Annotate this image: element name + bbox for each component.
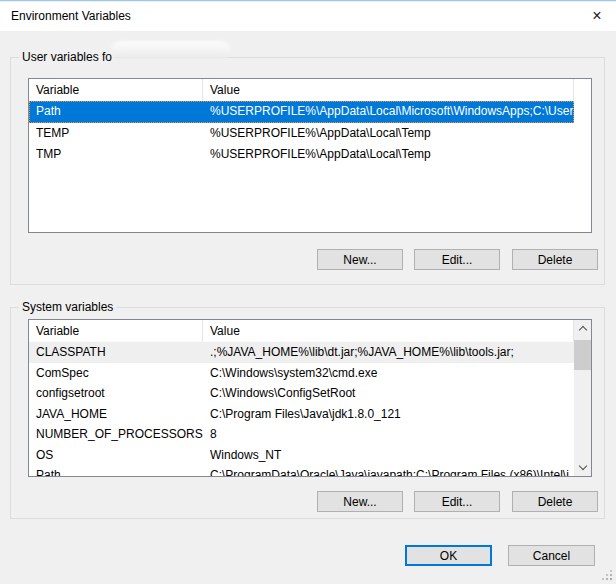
scrollbar-thumb[interactable] xyxy=(574,340,591,370)
value-cell: 8 xyxy=(203,424,574,445)
variable-cell: ComSpec xyxy=(29,363,203,384)
variable-cell: Path xyxy=(29,465,203,477)
cancel-button[interactable]: Cancel xyxy=(508,545,595,566)
user-edit-button[interactable]: Edit... xyxy=(414,249,500,270)
table-header: Variable Value xyxy=(29,320,591,342)
value-cell: %USERPROFILE%\AppData\Local\Temp xyxy=(203,123,574,145)
user-variables-table: Variable Value Path %USERPROFILE%\AppDat… xyxy=(28,78,592,233)
table-header: Variable Value xyxy=(29,79,591,101)
table-row-classpath[interactable]: CLASSPATH .;%JAVA_HOME%\lib\dt.jar;%JAVA… xyxy=(29,342,574,363)
close-icon: × xyxy=(592,7,601,24)
value-cell: C:\Windows\system32\cmd.exe xyxy=(203,363,574,384)
value-cell: %USERPROFILE%\AppData\Local\Microsoft\Wi… xyxy=(203,101,574,123)
resize-grip-icon[interactable] xyxy=(602,570,604,572)
title-bar: Environment Variables × xyxy=(0,2,616,31)
table-row-path[interactable]: Path %USERPROFILE%\AppData\Local\Microso… xyxy=(29,101,574,123)
system-delete-button[interactable]: Delete xyxy=(512,491,598,512)
table-row-java-home[interactable]: JAVA_HOME C:\Program Files\Java\jdk1.8.0… xyxy=(29,404,574,425)
variable-cell: CLASSPATH xyxy=(29,342,203,363)
variable-cell: TMP xyxy=(29,144,203,166)
scroll-up-button[interactable] xyxy=(574,320,591,337)
value-cell: C:\Windows\ConfigSetRoot xyxy=(203,383,574,404)
column-header-value[interactable]: Value xyxy=(203,320,574,342)
chevron-down-icon xyxy=(578,462,586,470)
table-row-tmp[interactable]: TMP %USERPROFILE%\AppData\Local\Temp xyxy=(29,144,574,166)
system-variables-group-label: System variables xyxy=(19,300,116,314)
environment-variables-dialog: Environment Variables × User variables f… xyxy=(0,0,616,584)
table-row-system-path[interactable]: Path C:\ProgramData\Oracle\Java\javapath… xyxy=(29,465,574,477)
variable-cell: TEMP xyxy=(29,123,203,145)
variable-cell: Path xyxy=(29,101,203,123)
user-delete-button[interactable]: Delete xyxy=(512,249,598,270)
column-header-value[interactable]: Value xyxy=(203,79,574,101)
scroll-down-button[interactable] xyxy=(574,459,591,476)
table-row-temp[interactable]: TEMP %USERPROFILE%\AppData\Local\Temp xyxy=(29,123,574,145)
chevron-up-icon xyxy=(578,326,586,334)
close-button[interactable]: × xyxy=(584,2,610,31)
column-header-variable[interactable]: Variable xyxy=(29,320,203,342)
redacted-username xyxy=(111,41,231,59)
column-header-variable[interactable]: Variable xyxy=(29,79,203,101)
table-row-number-of-processors[interactable]: NUMBER_OF_PROCESSORS 8 xyxy=(29,424,574,445)
system-variables-table: Variable Value CLASSPATH .;%JAVA_HOME%\l… xyxy=(28,319,592,477)
system-new-button[interactable]: New... xyxy=(317,491,403,512)
value-cell: .;%JAVA_HOME%\lib\dt.jar;%JAVA_HOME%\lib… xyxy=(203,342,574,363)
system-variables-group: System variables Variable Value CLASSPAT… xyxy=(10,307,605,519)
value-cell: C:\Program Files\Java\jdk1.8.0_121 xyxy=(203,404,574,425)
variable-cell: configsetroot xyxy=(29,383,203,404)
variable-cell: OS xyxy=(29,445,203,466)
user-variables-group: User variables fo Variable Value Path %U… xyxy=(10,57,605,285)
value-cell: Windows_NT xyxy=(203,445,574,466)
table-row-configsetroot[interactable]: configsetroot C:\Windows\ConfigSetRoot xyxy=(29,383,574,404)
user-new-button[interactable]: New... xyxy=(317,249,403,270)
ok-button[interactable]: OK xyxy=(405,545,492,566)
vertical-scrollbar[interactable] xyxy=(574,320,591,476)
table-row-comspec[interactable]: ComSpec C:\Windows\system32\cmd.exe xyxy=(29,363,574,384)
value-cell: C:\ProgramData\Oracle\Java\javapath;C:\P… xyxy=(203,465,574,477)
user-variables-group-label: User variables fo xyxy=(19,50,115,64)
window-title: Environment Variables xyxy=(11,2,131,31)
value-cell: %USERPROFILE%\AppData\Local\Temp xyxy=(203,144,574,166)
table-row-os[interactable]: OS Windows_NT xyxy=(29,445,574,466)
system-edit-button[interactable]: Edit... xyxy=(414,491,500,512)
variable-cell: NUMBER_OF_PROCESSORS xyxy=(29,424,203,445)
variable-cell: JAVA_HOME xyxy=(29,404,203,425)
